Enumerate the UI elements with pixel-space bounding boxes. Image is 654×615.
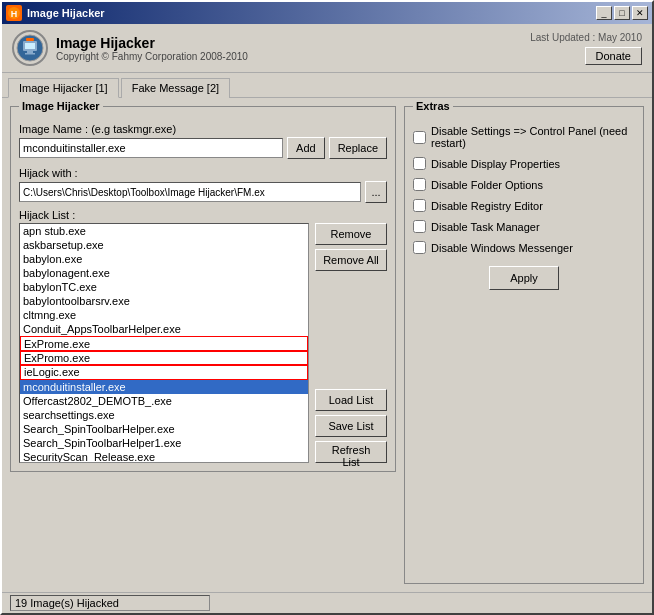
list-item[interactable]: ieLogic.exe [20,365,308,380]
hijack-list-label: Hijack List : [19,209,387,221]
list-item[interactable]: ExProme.exe [20,336,308,351]
copyright: Copyright © Fahmy Corporation 2008-2010 [56,51,248,62]
checkbox-3[interactable] [413,199,426,212]
list-item[interactable]: babylonagent.exe [20,266,308,280]
checkbox-item-2: Disable Folder Options [413,178,635,191]
list-item[interactable]: SecurityScan_Release.exe [20,450,308,463]
svg-rect-4 [25,43,35,49]
checkbox-label-1: Disable Display Properties [431,158,560,170]
checkbox-4[interactable] [413,220,426,233]
title-bar: H Image Hijacker _ □ ✕ [2,2,652,24]
extras-group: Extras Disable Settings => Control Panel… [404,106,644,584]
list-item[interactable]: apn stub.exe [20,224,308,238]
top-side-buttons: Remove Remove All [315,223,387,271]
left-panel: Image Hijacker Image Name : (e.g taskmgr… [10,106,396,584]
hijack-controls: apn stub.exeaskbarsetup.exebabylon.exeba… [19,223,387,463]
checkbox-item-1: Disable Display Properties [413,157,635,170]
list-item[interactable]: Conduit_AppsToolbarHelper.exe [20,322,308,336]
tab-fake-message[interactable]: Fake Message [2] [121,78,230,98]
list-item[interactable]: cltmng.exe [20,308,308,322]
checkbox-item-0: Disable Settings => Control Panel (need … [413,125,635,149]
list-item[interactable]: askbarsetup.exe [20,238,308,252]
extras-title: Extras [413,100,453,112]
path-row: ... [19,181,387,203]
remove-all-button[interactable]: Remove All [315,249,387,271]
header-text: Image Hijacker Copyright © Fahmy Corpora… [56,35,248,62]
app-icon: H [6,5,22,21]
status-text: 19 Image(s) Hijacked [10,595,210,611]
checkboxes-container: Disable Settings => Control Panel (need … [413,125,635,254]
header-right: Last Updated : May 2010 Donate [530,32,642,65]
bottom-side-buttons: Load List Save List Refresh List [315,389,387,463]
image-name-label: Image Name : (e.g taskmgr.exe) [19,123,387,135]
apply-button[interactable]: Apply [489,266,559,290]
title-bar-left: H Image Hijacker [6,5,105,21]
remove-button[interactable]: Remove [315,223,387,245]
hijack-list[interactable]: apn stub.exeaskbarsetup.exebabylon.exeba… [19,223,309,463]
checkbox-1[interactable] [413,157,426,170]
donate-button[interactable]: Donate [585,47,642,65]
header-logo: Image Hijacker Copyright © Fahmy Corpora… [12,30,248,66]
svg-rect-7 [26,38,34,41]
group-title: Image Hijacker [19,100,103,112]
window-title: Image Hijacker [27,7,105,19]
list-item[interactable]: babylontoolbarsrv.exe [20,294,308,308]
checkbox-0[interactable] [413,131,426,144]
header-area: Image Hijacker Copyright © Fahmy Corpora… [2,24,652,73]
hijack-with-label: Hijack with : [19,167,387,179]
list-item[interactable]: mconduitinstaller.exe [20,380,308,394]
image-name-row: Add Replace [19,137,387,159]
image-hijacker-group: Image Hijacker Image Name : (e.g taskmgr… [10,106,396,472]
checkbox-label-3: Disable Registry Editor [431,200,543,212]
checkbox-item-3: Disable Registry Editor [413,199,635,212]
list-item[interactable]: Search_SpinToolbarHelper.exe [20,422,308,436]
replace-button[interactable]: Replace [329,137,387,159]
checkbox-label-0: Disable Settings => Control Panel (need … [431,125,635,149]
add-button[interactable]: Add [287,137,325,159]
status-bar: 19 Image(s) Hijacked [2,592,652,613]
checkbox-label-2: Disable Folder Options [431,179,543,191]
title-controls: _ □ ✕ [596,6,648,20]
refresh-list-button[interactable]: Refresh List [315,441,387,463]
save-list-button[interactable]: Save List [315,415,387,437]
app-name: Image Hijacker [56,35,248,51]
logo-icon [12,30,48,66]
list-item[interactable]: ExPromo.exe [20,351,308,365]
checkbox-label-4: Disable Task Manager [431,221,540,233]
last-updated: Last Updated : May 2010 [530,32,642,43]
tab-image-hijacker[interactable]: Image Hijacker [1] [8,78,119,98]
image-name-input[interactable] [19,138,283,158]
svg-rect-6 [25,53,35,55]
list-item[interactable]: babylonTC.exe [20,280,308,294]
checkbox-2[interactable] [413,178,426,191]
right-side-buttons: Remove Remove All Load List Save List Re… [315,223,387,463]
browse-button[interactable]: ... [365,181,387,203]
list-item[interactable]: searchsettings.exe [20,408,308,422]
right-panel: Extras Disable Settings => Control Panel… [404,106,644,584]
svg-rect-5 [27,51,33,53]
content-area: Image Hijacker Image Name : (e.g taskmgr… [2,98,652,592]
image-name-group: Image Name : (e.g taskmgr.exe) Add Repla… [19,123,387,159]
hijack-path-input[interactable] [19,182,361,202]
checkbox-5[interactable] [413,241,426,254]
load-list-button[interactable]: Load List [315,389,387,411]
list-item[interactable]: Search_SpinToolbarHelper1.exe [20,436,308,450]
svg-text:H: H [11,9,18,19]
list-item[interactable]: babylon.exe [20,252,308,266]
close-button[interactable]: ✕ [632,6,648,20]
checkbox-item-4: Disable Task Manager [413,220,635,233]
maximize-button[interactable]: □ [614,6,630,20]
tab-bar: Image Hijacker [1] Fake Message [2] [2,73,652,98]
list-item[interactable]: Offercast2802_DEMOTB_.exe [20,394,308,408]
checkbox-item-5: Disable Windows Messenger [413,241,635,254]
main-window: H Image Hijacker _ □ ✕ [0,0,654,615]
checkbox-label-5: Disable Windows Messenger [431,242,573,254]
minimize-button[interactable]: _ [596,6,612,20]
hijack-with-group: Hijack with : ... [19,167,387,203]
